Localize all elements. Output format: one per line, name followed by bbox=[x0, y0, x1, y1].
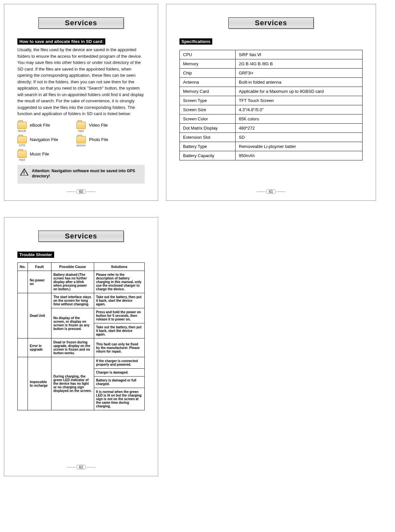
manual-page-62: Services Trouble Shooter No. Fault Possi… bbox=[4, 217, 158, 476]
trouble-table: No. Fault Possible Cause Solutions No po… bbox=[17, 262, 145, 410]
folder-label: Music File bbox=[30, 152, 49, 156]
spec-row: Screen TypeTFT Touch Screen bbox=[180, 96, 363, 105]
trouble-cause: Dead or frozen during upgrade, display o… bbox=[51, 338, 94, 357]
col-sol: Solutions bbox=[94, 263, 144, 271]
trouble-solution: Press and hold the power on button for 5… bbox=[94, 308, 144, 323]
folder-caption: mp4 bbox=[76, 129, 86, 133]
body-paragraph: Usually, the files used by the device ar… bbox=[17, 47, 145, 117]
spec-key: Antenna bbox=[180, 78, 236, 87]
spec-key: Screen Type bbox=[180, 96, 236, 105]
spec-value: Removeable Li-ploymer batter bbox=[236, 142, 363, 151]
trouble-cause: The start interface stays on the screen … bbox=[51, 293, 94, 308]
spec-key: Chip bbox=[180, 69, 236, 78]
section-heading: Specifications bbox=[179, 38, 212, 45]
page-number-value: 60 bbox=[76, 189, 86, 194]
spec-row: Memory2G B /4G B /8G B bbox=[180, 59, 363, 69]
spec-key: Battery Type bbox=[180, 142, 236, 151]
spec-row: Screen Size4.3"/4.8"/5.0" bbox=[180, 105, 363, 114]
specifications-table: CPUSiRF ltas ⅥMemory2G B /4G B /8G BChip… bbox=[179, 50, 363, 160]
spec-value: 4.3"/4.8"/5.0" bbox=[236, 105, 363, 114]
section-heading: How to save and allocate files in SD car… bbox=[17, 38, 105, 45]
trouble-fault: Impossible to recharge bbox=[28, 357, 51, 410]
folder-label: Navigation File bbox=[30, 137, 58, 142]
spec-row: ChipGRF3i+ bbox=[180, 69, 363, 78]
folder-label: eBook File bbox=[30, 123, 50, 128]
spec-key: Memory Card bbox=[180, 87, 236, 96]
attention-box: ! Attention: Navigation software must be… bbox=[17, 165, 145, 184]
folder-icon bbox=[17, 136, 27, 143]
spec-value: TFT Touch Screen bbox=[236, 96, 363, 105]
spec-row: Extension SlotSD bbox=[180, 133, 363, 142]
section-heading: Trouble Shooter bbox=[17, 252, 54, 258]
trouble-no bbox=[18, 293, 28, 338]
trouble-solution: Battery is damaged or full charged. bbox=[94, 377, 144, 388]
spec-value: 2G B /4G B /8G B bbox=[236, 59, 363, 69]
folder-label: Photo File bbox=[89, 137, 108, 142]
folder-caption: picture bbox=[76, 144, 86, 147]
spec-row: Screen Color65K colors bbox=[180, 114, 363, 124]
spec-key: Memory bbox=[180, 59, 236, 69]
folder-icon bbox=[17, 122, 27, 129]
banner-title: Services bbox=[255, 19, 287, 27]
attention-label: Attention: bbox=[32, 169, 51, 173]
trouble-fault: Dead Unit bbox=[28, 293, 51, 338]
spec-key: Extension Slot bbox=[180, 133, 236, 142]
spec-value: 480*272 bbox=[236, 124, 363, 133]
trouble-solution: Please refer to the description of batte… bbox=[94, 271, 144, 293]
folder-grid: ebook eBook File mp4 Video File GPS Navi… bbox=[17, 122, 145, 158]
trouble-no bbox=[18, 338, 28, 357]
manual-page-60: Services How to save and allocate files … bbox=[4, 4, 158, 201]
spec-row: Memory CardApplicable for a Maximum up t… bbox=[180, 87, 363, 96]
trouble-solution: It is normal when the green LED is lit o… bbox=[94, 388, 144, 410]
folder-icon bbox=[76, 136, 86, 143]
trouble-cause: Battery drained (The screen has no furth… bbox=[51, 271, 94, 293]
folder-icon bbox=[76, 122, 86, 129]
folder-item-music: mp3 Music File bbox=[17, 151, 76, 158]
spec-key: Screen Size bbox=[180, 105, 236, 114]
banner-title: Services bbox=[65, 232, 97, 240]
warning-icon-bang: ! bbox=[23, 170, 25, 176]
trouble-row: Error in upgradeDead or frozen during up… bbox=[18, 338, 145, 357]
spec-key: Screen Color bbox=[180, 114, 236, 124]
trouble-solution: This fault can only be fixed by the manu… bbox=[94, 338, 144, 357]
spec-value: SiRF ltas Ⅵ bbox=[236, 50, 363, 59]
spec-row: Battery Capacity950mAh bbox=[180, 151, 363, 160]
folder-item-video: mp4 Video File bbox=[76, 122, 135, 129]
col-no: No. bbox=[18, 263, 28, 271]
folder-label: Video File bbox=[89, 123, 108, 128]
page-number-value: 61 bbox=[266, 189, 276, 194]
spec-key: Battery Capacity bbox=[180, 151, 236, 160]
trouble-row: No power onBattery drained (The screen h… bbox=[18, 271, 145, 293]
folder-item-navigation: GPS Navigation File bbox=[17, 136, 76, 143]
trouble-no bbox=[18, 271, 28, 293]
spec-value: Built-in folded antenna bbox=[236, 78, 363, 87]
spec-row: Battery TypeRemoveable Li-ploymer batter bbox=[180, 142, 363, 151]
section-banner: Services bbox=[38, 231, 124, 242]
col-fault: Fault bbox=[28, 263, 51, 271]
folder-caption: ebook bbox=[17, 129, 27, 133]
spec-value: 950mAh bbox=[236, 151, 363, 160]
folder-caption: mp3 bbox=[17, 158, 27, 161]
trouble-fault: Error in upgrade bbox=[28, 338, 51, 357]
trouble-cause: No display of the screen, or display on … bbox=[51, 308, 94, 338]
spec-value: 65K colors bbox=[236, 114, 363, 124]
spec-row: CPUSiRF ltas Ⅵ bbox=[180, 50, 363, 59]
folder-item-ebook: ebook eBook File bbox=[17, 122, 76, 129]
trouble-solution: If the charger is connected properly and… bbox=[94, 357, 144, 369]
page-number: 62 bbox=[4, 465, 158, 469]
folder-icon bbox=[17, 151, 27, 158]
spec-value: SD bbox=[236, 133, 363, 142]
spec-key: Dot Matrix Display bbox=[180, 124, 236, 133]
spec-value: Applicable for a Maximum up to 8GBSD car… bbox=[236, 87, 363, 96]
spec-key: CPU bbox=[180, 50, 236, 59]
spec-row: Dot Matrix Display480*272 bbox=[180, 124, 363, 133]
folder-caption: GPS bbox=[17, 144, 27, 147]
trouble-row: Impossible to rechargeDuring charging, t… bbox=[18, 357, 145, 369]
trouble-solution: Take out the battery, then put it back, … bbox=[94, 323, 144, 338]
trouble-cause: During charging, the green LED indicator… bbox=[51, 357, 94, 410]
trouble-row: Dead UnitThe start interface stays on th… bbox=[18, 293, 145, 308]
spec-value: GRF3i+ bbox=[236, 69, 363, 78]
spec-row: AntennaBuilt-in folded antenna bbox=[180, 78, 363, 87]
col-cause: Possible Cause bbox=[51, 263, 94, 271]
trouble-fault: No power on bbox=[28, 271, 51, 293]
